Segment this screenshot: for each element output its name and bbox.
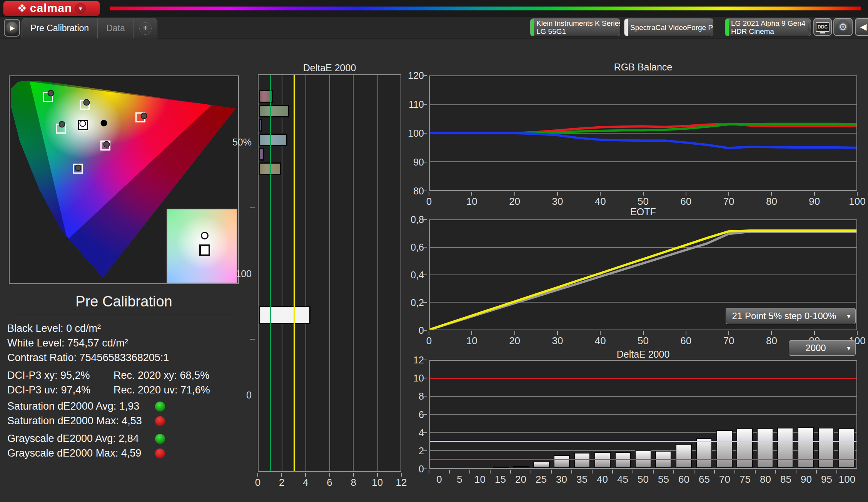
x-tick-label: 0 xyxy=(255,477,260,489)
y-tick-label: 0,8 xyxy=(411,214,424,225)
rgb-balance-chart xyxy=(429,75,857,191)
ddc-button[interactable]: DDC xyxy=(813,18,832,36)
x-tick-label: 45 xyxy=(617,474,628,485)
dci-p3-xy-value: DCI-P3 xy: 95,2% xyxy=(7,370,90,382)
y-tick-label: 120 xyxy=(408,70,424,81)
grayscale-de-bar-85 xyxy=(777,428,793,468)
bar-slot xyxy=(491,361,511,468)
display-device-mode: HDR Cinema xyxy=(731,27,805,35)
grayscale-de-bar-30 xyxy=(554,455,570,468)
eotf-title: EOTF xyxy=(429,206,857,218)
gridline xyxy=(353,75,354,471)
grayscale-de-bar-95 xyxy=(818,428,834,468)
y-tick-mark xyxy=(422,104,427,105)
add-tab-button[interactable]: + xyxy=(139,22,152,35)
delta-e-row-text: Grayscale dE2000 Max: 4,59 xyxy=(7,447,141,459)
red-line xyxy=(430,124,856,133)
settings-button[interactable]: ⚙ xyxy=(833,18,853,36)
white-point-target-marker xyxy=(199,244,210,256)
grayscale-de-bar-100 xyxy=(838,428,855,468)
collapse-panel-button[interactable]: ◀ xyxy=(855,18,868,36)
eotf-points-dropdown[interactable]: 21 Point 5% step 0-100% ▼ xyxy=(726,308,856,324)
x-tick-label: 70 xyxy=(723,196,734,207)
grayscale-de-bar-15 xyxy=(493,467,509,468)
ddc-monitor-icon: DDC xyxy=(816,22,830,32)
y-tick-label: 110 xyxy=(409,99,424,110)
x-tick-label: 20 xyxy=(509,196,520,207)
y-tick-mark xyxy=(422,360,427,360)
meter-device-target: LG 55G1 xyxy=(536,27,620,35)
grayscale-de-bar-60 xyxy=(676,444,692,468)
y-tick-mark xyxy=(422,219,427,220)
delta-e-row-text: Saturation dE2000 Max: 4,53 xyxy=(7,415,142,427)
black-level-value: Black Level: 0 cd/m² xyxy=(7,323,101,335)
contrast-ratio-value: Contrast Ratio: 75456583368205:1 xyxy=(7,352,169,364)
white-level-value: White Level: 754,57 cd/m² xyxy=(7,337,128,349)
dci-p3-uv-value: DCI-P3 uv: 97,4% xyxy=(7,384,90,396)
tab-data[interactable]: Data xyxy=(97,18,134,38)
rec2020-uv-value: Rec. 2020 uv: 71,6% xyxy=(114,384,210,396)
grayscale-de-bar-90 xyxy=(798,427,814,468)
grayscale-de-bar-45 xyxy=(615,452,631,468)
tab-bar: ▶ Pre Calibration Data + Klein Instrumen… xyxy=(0,17,868,38)
y-tick-mark xyxy=(422,75,427,76)
formula-dropdown-caret-icon: ▼ xyxy=(842,345,855,351)
add-tab-wrap: + xyxy=(134,18,157,38)
display-chevron-icon[interactable]: ▼ xyxy=(808,22,811,33)
white-point-inset xyxy=(167,209,237,283)
reference-line xyxy=(294,75,295,471)
logo-menu-chevron-icon[interactable]: ▼ xyxy=(75,3,86,14)
x-tick-label: 70 xyxy=(719,474,730,485)
generator-device-button[interactable]: SpectraCal VideoForge Pro ▼ xyxy=(624,18,713,36)
y-tick-mark xyxy=(422,133,427,134)
y-tick-label: 0 xyxy=(246,389,252,400)
y-tick-label: 100 xyxy=(235,268,252,279)
display-device-name: LG 2021 Alpha 9 Gen4 xyxy=(731,19,805,27)
x-tick-label: 100 xyxy=(849,196,865,207)
saturation-de-chart xyxy=(258,74,401,472)
display-device-button[interactable]: LG 2021 Alpha 9 Gen4 HDR Cinema ▼ xyxy=(725,18,811,36)
meter-device-button[interactable]: Klein Instruments K Series LG 55G1 ▼ xyxy=(530,18,620,36)
y-tick-mark xyxy=(422,162,427,162)
reference-point-marker xyxy=(101,120,107,127)
x-tick-label: 20 xyxy=(515,474,526,485)
bar-slot xyxy=(734,361,755,468)
x-tick-label: 80 xyxy=(766,196,777,207)
x-tick-label: 80 xyxy=(766,335,777,347)
x-tick-label: 100 xyxy=(839,474,855,485)
x-tick-label: 40 xyxy=(595,196,606,207)
play-icon: ▶ xyxy=(6,22,18,34)
white-measured-marker xyxy=(80,120,86,127)
status-led-red xyxy=(155,448,165,458)
white-point-measured-marker xyxy=(201,232,209,239)
bar-slot xyxy=(694,361,714,468)
calman-logo-button[interactable]: ❖ calman ▼ xyxy=(3,1,100,16)
x-tick-label: 95 xyxy=(821,474,832,485)
bar-slot xyxy=(633,361,653,468)
x-tick-label: 10 xyxy=(474,474,486,485)
y-tick-mark xyxy=(422,191,427,191)
y-tick-mark xyxy=(422,432,427,433)
grayscale-de-bar-20 xyxy=(513,466,529,468)
reference-line xyxy=(430,459,856,460)
cyan-measured-marker xyxy=(59,121,65,127)
reference-line xyxy=(270,75,271,471)
calman-logo-text: calman xyxy=(30,2,72,15)
y-tick-label: 50% xyxy=(232,136,252,147)
display-status-stripe xyxy=(725,19,729,36)
x-tick-label: 75 xyxy=(739,474,751,485)
gear-icon: ⚙ xyxy=(836,20,850,34)
x-tick-label: 0 xyxy=(426,335,432,347)
grayscale-de-bar-75 xyxy=(736,428,753,468)
back-arrow-icon: ◀ xyxy=(860,22,867,32)
x-tick-label: 60 xyxy=(680,335,691,347)
delta-e-formula-dropdown[interactable]: 2000 ▼ xyxy=(789,340,856,356)
play-button[interactable]: ▶ xyxy=(4,19,20,37)
bar-slot xyxy=(511,361,531,468)
status-led-red xyxy=(155,416,165,426)
bar-slot xyxy=(653,361,674,468)
calman-diamond-icon: ❖ xyxy=(17,3,27,14)
ddc-label: DDC xyxy=(818,24,828,30)
rgb-balance-lines xyxy=(430,76,856,190)
tab-pre-calibration[interactable]: Pre Calibration xyxy=(22,18,97,38)
